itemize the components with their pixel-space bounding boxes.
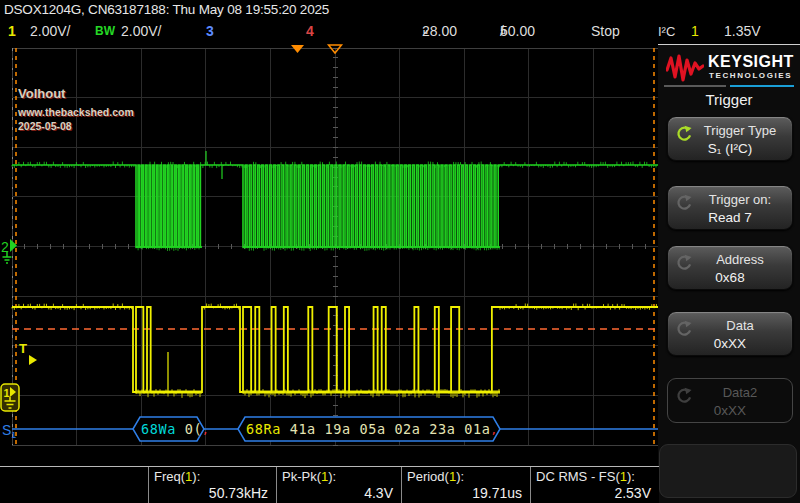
waveform-area: 68Wa 0(,68Ra 41a 19a 05a 02a 23a 01a,2T1… [0,44,660,455]
divider-gray [664,85,726,87]
measurement-bar: Freq(1):50.73kHzPk-Pk(1):4.3VPeriod(1):1… [0,466,659,503]
annotation-url: www.thebackshed.com [18,106,134,118]
softkey-label: Data [690,318,790,333]
measurement-freq: Freq(1):50.73kHz [148,467,276,503]
softkey-label: Data2 [690,385,790,400]
softkey-trigger-on[interactable]: Trigger on: Read 7 [667,185,793,230]
ch2-ground-marker[interactable]: 2 [1,239,17,263]
menu-title: Trigger [658,91,800,108]
svg-text:1: 1 [4,387,10,399]
measurement-label: Period(1): [402,467,530,484]
channel-3-number[interactable]: 3 [206,20,214,43]
softkey-label: Trigger on: [690,192,790,207]
trigger-source: 1 [691,20,699,43]
sidebar-divider [664,85,794,87]
channel-2-scale[interactable]: 2.00V/ [121,20,161,43]
channel-4-number[interactable]: 4 [306,20,314,43]
softkey-empty [659,444,797,498]
channel-markers: 2T1S1 [1,239,37,440]
softkey-label: Address [690,252,790,267]
softkey-value: S₁ (I²C) [668,141,792,156]
measurement-value: 19.71us [402,485,530,501]
trigger-level: 1.35V [724,20,761,43]
serial-decode-bus: 68Wa 0(,68Ra 41a 19a 05a 02a 23a 01a, [12,417,658,441]
annotation-date: 2025-05-08 [18,120,72,132]
softkey-data[interactable]: Data 0xXX [667,311,793,356]
divider-blue [730,85,794,87]
softkey-trigger-type[interactable]: Trigger Type S₁ (I²C) [667,116,793,161]
measurement-label: Freq(1): [149,467,276,484]
softkey-label: Trigger Type [690,123,790,138]
keysight-spark-icon [666,53,704,83]
annotation-title: Volhout [18,86,65,101]
ch2-scl-trace [12,151,658,251]
brand-name: KEYSIGHT [708,53,794,71]
softkey-address[interactable]: Address 0x68 [667,245,793,290]
measurement-label: DC RMS - FS(1): [531,467,659,484]
measurement-value: 50.73kHz [149,485,276,501]
softkey-value: 0x68 [668,270,792,285]
measurement-period: Period(1):19.71us [401,467,530,503]
run-state: Stop [591,20,620,43]
svg-text:2: 2 [1,239,9,255]
serial-bus-label[interactable]: S1 [2,422,16,440]
measurement-value: 2.53V [531,485,659,501]
svg-text:T: T [19,341,27,356]
sidebar: KEYSIGHT TECHNOLOGIES Trigger Trigger Ty… [658,44,800,503]
trigger-mode: I²C [658,20,675,43]
trigger-level-marker[interactable]: T [19,341,37,365]
softkey-value: Read 7 [668,210,792,225]
ch1-ground-marker[interactable]: 1 [1,384,19,411]
channel-2-bw-badge[interactable]: BW [95,20,115,43]
measurement-pk-pk: Pk-Pk(1):4.3V [276,467,401,503]
softkey-data2[interactable]: Data2 0xXX [667,378,793,423]
softkey-value: 0xXX [668,336,792,351]
measurement-label: Pk-Pk(1): [277,467,401,484]
oscilloscope-screen: DSOX1204G, CN63187188: Thu May 08 19:55:… [0,0,800,503]
measurement-dc-rms-fs: DC RMS - FS(1):2.53V [530,467,659,503]
delay-reference-icon [291,45,304,53]
channel-1-scale[interactable]: 2.00V/ [30,20,70,43]
softkey-value: 0xXX [668,403,792,418]
system-title: DSOX1204G, CN63187188: Thu May 08 19:55:… [4,2,329,17]
decode-packet-text: 68Wa 0(, [141,421,209,437]
keysight-logo: KEYSIGHT TECHNOLOGIES [664,51,798,85]
brand-subtitle: TECHNOLOGIES [709,71,792,80]
decode-packet-text: 68Ra 41a 19a 05a 02a 23a 01a, [246,421,498,437]
measurement-value: 4.3V [277,485,401,501]
channel-1-number[interactable]: 1 [8,20,16,43]
system-info-bar: DSOX1204G, CN63187188: Thu May 08 19:55:… [0,0,800,20]
status-bar: 1 2.00V/ BW 2.00V/ 3 4 28.00u s 50.00u s… [0,20,800,44]
